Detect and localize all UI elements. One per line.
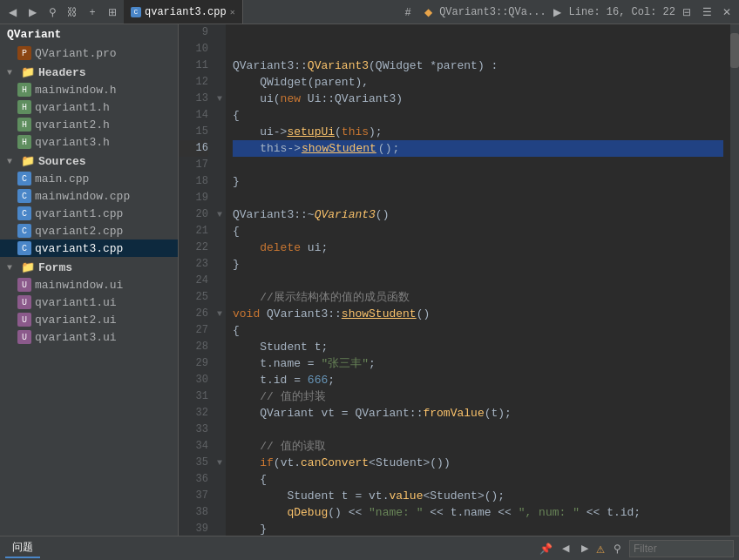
code-line-29[interactable]: t.name = "张三丰";: [233, 355, 723, 372]
code-line-11[interactable]: QVariant3::QVariant3(QWidget *parent) :: [233, 57, 723, 74]
code-line-14[interactable]: {: [233, 107, 723, 124]
file-type-icon: C: [17, 206, 31, 220]
fold-gutter-27: [214, 322, 226, 339]
sidebar-item-qvariant3-h[interactable]: Hqvariant3.h: [0, 133, 178, 151]
sidebar-item-label: qvariant1.h: [35, 101, 110, 114]
sidebar-item-qvariant1-h[interactable]: Hqvariant1.h: [0, 98, 178, 116]
code-line-16[interactable]: this->showStudent();: [233, 140, 723, 157]
code-line-39[interactable]: }: [233, 521, 723, 536]
code-line-33[interactable]: [233, 422, 723, 438]
sidebar-item-qvariant2-h[interactable]: Hqvariant2.h: [0, 116, 178, 133]
tab-close-btn[interactable]: ✕: [230, 7, 235, 17]
split-icon[interactable]: ⊟: [678, 3, 695, 21]
code-line-15[interactable]: ui->setupUi(this);: [233, 124, 723, 140]
code-line-13[interactable]: ui(new Ui::QVariant3): [233, 91, 723, 107]
active-tab[interactable]: C qvariant3.cpp ✕: [124, 0, 243, 24]
cpp-icon: C: [131, 7, 141, 17]
fold-gutter-23: [214, 256, 226, 273]
code-line-17[interactable]: [233, 157, 723, 173]
scrollbar[interactable]: [730, 24, 739, 536]
fold-gutter-37: [214, 488, 226, 504]
sidebar-item-qvariant3-cpp[interactable]: Cqvariant3.cpp: [0, 240, 178, 257]
fold-gutter-38: [214, 504, 226, 521]
back-btn[interactable]: ◀: [3, 3, 21, 21]
sidebar-item-mainwindow-ui[interactable]: Umainwindow.ui: [0, 276, 178, 293]
file-type-icon: U: [17, 278, 31, 292]
sidebar-item-qvariant2-cpp[interactable]: Cqvariant2.cpp: [0, 222, 178, 240]
sidebar-item-main-cpp[interactable]: Cmain.cpp: [0, 170, 178, 187]
line-number-20: 20: [179, 206, 208, 223]
code-line-30[interactable]: t.id = 666;: [233, 372, 723, 388]
code-line-9[interactable]: [233, 24, 723, 41]
prev-issue-btn[interactable]: ◀: [558, 541, 573, 557]
sidebar-item-qvariant3-ui[interactable]: Uqvariant3.ui: [0, 328, 178, 346]
sidebar-item-qvariant2-ui[interactable]: Uqvariant2.ui: [0, 311, 178, 328]
link-icon[interactable]: ⛓: [64, 3, 81, 21]
fold-gutter-13[interactable]: ▼: [214, 91, 226, 107]
add2-icon[interactable]: ⊞: [104, 3, 121, 21]
sidebar-item-QVariant-pro[interactable]: PQVariant.pro: [0, 44, 178, 62]
line-col-info: Line: 16, Col: 22: [569, 6, 675, 18]
sidebar-group-sources[interactable]: ▼📁Sources: [0, 151, 178, 170]
file-type-icon: C: [17, 189, 31, 203]
code-editor[interactable]: QVariant3::QVariant3(QWidget *parent) : …: [226, 24, 730, 536]
sidebar-item-qvariant1-ui[interactable]: Uqvariant1.ui: [0, 293, 178, 311]
sidebar-item-label: qvariant1.ui: [35, 296, 117, 309]
fold-gutter-21: [214, 223, 226, 240]
code-line-35[interactable]: if(vt.canConvert<Student>()): [233, 455, 723, 471]
code-line-37[interactable]: Student t = vt.value<Student>();: [233, 488, 723, 504]
sidebar-group-headers[interactable]: ▼📁Headers: [0, 62, 178, 81]
code-line-31[interactable]: // 值的封装: [233, 388, 723, 405]
diamond-icon[interactable]: ◆: [419, 3, 437, 21]
fold-gutter-12: [214, 74, 226, 91]
line-number-22: 22: [179, 240, 208, 256]
fold-gutter-10: [214, 41, 226, 57]
close-icon[interactable]: ✕: [718, 3, 736, 21]
settings-icon[interactable]: ☰: [698, 3, 715, 21]
fold-gutter-35[interactable]: ▼: [214, 455, 226, 471]
fold-gutter-34: [214, 438, 226, 455]
file-type-icon: C: [17, 224, 31, 238]
code-line-22[interactable]: delete ui;: [233, 240, 723, 256]
code-line-27[interactable]: {: [233, 322, 723, 339]
pin-icon[interactable]: 📌: [537, 540, 554, 557]
code-line-28[interactable]: Student t;: [233, 339, 723, 355]
sidebar-item-qvariant1-cpp[interactable]: Cqvariant1.cpp: [0, 205, 178, 222]
code-line-36[interactable]: {: [233, 471, 723, 488]
add-icon[interactable]: +: [84, 3, 101, 21]
code-line-20[interactable]: QVariant3::~QVariant3(): [233, 206, 723, 223]
fold-gutter-26[interactable]: ▼: [214, 306, 226, 322]
problems-tab[interactable]: 问题: [5, 538, 40, 558]
code-line-26[interactable]: void QVariant3::showStudent(): [233, 306, 723, 322]
fold-gutter-20[interactable]: ▼: [214, 206, 226, 223]
sidebar-group-forms[interactable]: ▼📁Forms: [0, 257, 178, 276]
sidebar-item-mainwindow-h[interactable]: Hmainwindow.h: [0, 81, 178, 98]
filter-icon[interactable]: ⚲: [44, 3, 61, 21]
forward-btn[interactable]: ▶: [24, 3, 41, 21]
line-number-17: 17: [179, 157, 208, 173]
fold-gutter-17: [214, 157, 226, 173]
code-line-12[interactable]: QWidget(parent),: [233, 74, 723, 91]
code-line-32[interactable]: QVariant vt = QVariant::fromValue(t);: [233, 405, 723, 422]
line-number-14: 14: [179, 107, 208, 124]
sidebar-item-label: qvariant2.h: [35, 118, 110, 132]
next-issue-btn[interactable]: ▶: [577, 541, 593, 557]
code-line-19[interactable]: [233, 190, 723, 206]
sidebar-item-mainwindow-cpp[interactable]: Cmainwindow.cpp: [0, 187, 178, 205]
code-line-23[interactable]: }: [233, 256, 723, 273]
code-line-18[interactable]: }: [233, 173, 723, 190]
line-number-24: 24: [179, 273, 208, 289]
filter-bottom-icon[interactable]: ⚲: [608, 540, 626, 557]
code-line-38[interactable]: qDebug() << "name: " << t.name << ", num…: [233, 504, 723, 521]
breadcrumb-arrow[interactable]: ▶: [549, 3, 566, 21]
code-line-34[interactable]: // 值的读取: [233, 438, 723, 455]
filter-input[interactable]: [629, 540, 734, 557]
hash-icon[interactable]: #: [399, 3, 417, 21]
scrollbar-thumb[interactable]: [730, 33, 739, 68]
code-line-21[interactable]: {: [233, 223, 723, 240]
code-line-24[interactable]: [233, 273, 723, 289]
code-line-10[interactable]: [233, 41, 723, 57]
tab-filename: qvariant3.cpp: [145, 6, 227, 18]
file-type-icon: H: [17, 118, 31, 132]
code-line-25[interactable]: //展示结构体的值的成员函数: [233, 289, 723, 306]
